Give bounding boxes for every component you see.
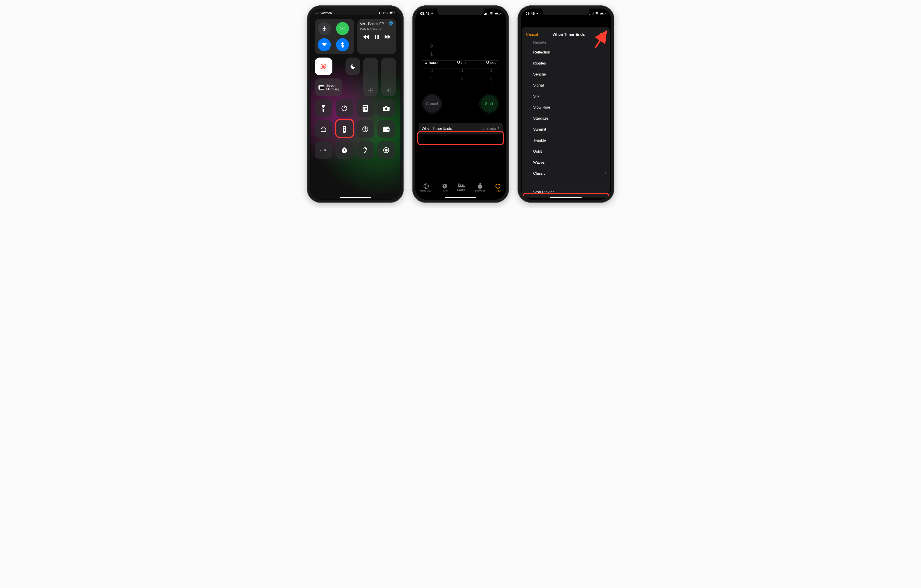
- sound-row[interactable]: Waves: [522, 157, 610, 168]
- when-timer-ends-row[interactable]: When Timer Ends Illuminate: [418, 123, 503, 135]
- time-label: 08:45: [526, 12, 535, 16]
- svg-point-26: [364, 109, 364, 110]
- start-button[interactable]: Start: [480, 94, 499, 113]
- svg-point-24: [365, 108, 366, 109]
- svg-point-34: [365, 127, 366, 128]
- chevron-right-icon: [605, 171, 607, 176]
- screen-mirroring-label: Screen Mirroring: [326, 84, 339, 91]
- svg-rect-6: [379, 13, 380, 14]
- tab-stopwatch[interactable]: Stopwatch: [475, 183, 486, 192]
- svg-rect-51: [485, 13, 486, 15]
- now-playing-card[interactable]: Vis - Forest EP... Dub Techno Blo...: [357, 19, 396, 54]
- svg-rect-56: [500, 13, 501, 14]
- svg-rect-14: [378, 35, 379, 39]
- home-indicator[interactable]: [340, 197, 371, 198]
- svg-rect-0: [316, 13, 316, 14]
- sound-row[interactable]: Sencha: [522, 69, 610, 80]
- svg-point-49: [385, 149, 387, 151]
- svg-rect-46: [344, 147, 345, 148]
- home-button[interactable]: [315, 120, 332, 138]
- orientation-lock[interactable]: [315, 58, 332, 75]
- tab-world-clock[interactable]: World Clock: [420, 183, 432, 192]
- brightness-slider[interactable]: [363, 58, 378, 96]
- svg-rect-3: [319, 11, 319, 14]
- svg-rect-66: [589, 14, 590, 15]
- bluetooth-toggle[interactable]: [336, 38, 349, 51]
- next-icon[interactable]: [385, 35, 391, 40]
- svg-rect-1: [316, 13, 317, 14]
- sound-row[interactable]: Ripples: [522, 58, 610, 69]
- stopwatch-button[interactable]: [335, 141, 353, 159]
- svg-rect-15: [322, 66, 324, 67]
- sound-row[interactable]: Summit: [522, 124, 610, 135]
- airplay-icon[interactable]: [389, 21, 393, 27]
- wifi-icon: [595, 12, 599, 16]
- sound-row[interactable]: Signal: [522, 80, 610, 91]
- svg-rect-45: [326, 150, 327, 150]
- battery-percent: 56%: [381, 11, 388, 15]
- airplane-toggle[interactable]: [318, 22, 331, 35]
- tab-timer[interactable]: Timer: [495, 183, 501, 192]
- svg-point-19: [323, 108, 324, 109]
- wallet-button[interactable]: [378, 120, 395, 138]
- svg-rect-41: [323, 149, 323, 151]
- time-label: 08:45: [420, 12, 430, 16]
- svg-point-31: [344, 127, 345, 128]
- home-indicator[interactable]: [550, 197, 582, 198]
- wte-label: When Timer Ends: [422, 126, 452, 131]
- svg-point-29: [385, 107, 387, 109]
- sound-row[interactable]: Slow Rise: [522, 102, 610, 113]
- camera-button[interactable]: [378, 99, 395, 117]
- wte-value: Illuminate: [480, 126, 496, 131]
- sound-row[interactable]: Stargaze: [522, 113, 610, 124]
- sound-row-classic[interactable]: Classic: [522, 168, 610, 179]
- time-picker[interactable]: 0 1 2 hours 3 4 5 0 min 1 2 3 0 sec 1 2 …: [415, 43, 506, 85]
- home-indicator[interactable]: [445, 197, 476, 198]
- cancel-button[interactable]: Cancel: [526, 32, 538, 37]
- shazam-button[interactable]: [315, 141, 332, 159]
- cancel-button[interactable]: Cancel: [423, 94, 441, 113]
- svg-rect-32: [344, 129, 345, 131]
- connectivity-card[interactable]: [315, 19, 354, 54]
- svg-rect-37: [387, 129, 389, 130]
- pause-icon[interactable]: [375, 35, 379, 40]
- tab-alarm[interactable]: Alarm: [442, 183, 447, 192]
- svg-rect-43: [325, 149, 325, 151]
- svg-rect-44: [325, 149, 326, 151]
- stop-playing-row[interactable]: Stop Playing: [522, 187, 610, 198]
- cellular-toggle[interactable]: [336, 22, 349, 35]
- sound-row[interactable]: Silk: [522, 91, 610, 102]
- svg-rect-53: [488, 12, 488, 15]
- seconds-column: 0 sec 1 2 3: [486, 43, 496, 85]
- svg-rect-63: [480, 183, 481, 184]
- notch: [437, 8, 484, 15]
- svg-rect-68: [592, 13, 592, 15]
- hearing-button[interactable]: [356, 141, 374, 159]
- screen-mirroring[interactable]: Screen Mirroring: [315, 78, 342, 96]
- tab-bedtime[interactable]: Bedtime: [457, 183, 465, 191]
- svg-rect-69: [593, 12, 594, 15]
- remote-button[interactable]: [335, 120, 353, 138]
- signal-icon: [316, 11, 319, 15]
- control-center: vodafone UK VPN 56%: [310, 8, 400, 159]
- location-icon: [431, 12, 433, 16]
- prev-icon[interactable]: [363, 35, 369, 40]
- svg-rect-9: [394, 12, 395, 13]
- screen-record-button[interactable]: [378, 141, 395, 159]
- accessibility-button[interactable]: [356, 120, 374, 138]
- wifi-toggle[interactable]: [318, 38, 331, 51]
- svg-rect-50: [484, 14, 485, 15]
- flashlight-button[interactable]: [315, 99, 332, 117]
- svg-rect-52: [487, 13, 487, 15]
- sound-row[interactable]: Uplift: [522, 146, 610, 157]
- hours-column: 0 1 2 hours 3 4 5: [425, 43, 438, 85]
- volume-slider[interactable]: [381, 58, 396, 96]
- svg-rect-17: [319, 86, 324, 89]
- timer-button[interactable]: [335, 99, 353, 117]
- calculator-button[interactable]: [356, 99, 374, 117]
- sound-row[interactable]: Twinkle: [522, 135, 610, 146]
- sound-row[interactable]: Reflection: [522, 47, 610, 58]
- modal-title: When Timer Ends: [553, 32, 585, 37]
- dnd-toggle[interactable]: [345, 58, 360, 75]
- svg-rect-40: [322, 148, 322, 152]
